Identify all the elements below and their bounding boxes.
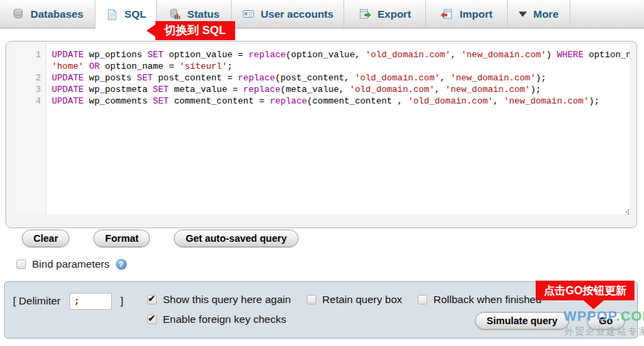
show-this-query-here-again-checkbox[interactable] [147, 295, 157, 304]
sql-code-row: UPDATE wp_postmeta SET meta_value = repl… [52, 84, 630, 95]
option-label[interactable]: Show this query here again [163, 294, 291, 306]
options-row-2: Enable foreign key checks [147, 313, 286, 326]
delimiter-input[interactable] [70, 293, 112, 310]
rollback-when-finished-checkbox[interactable] [418, 295, 427, 304]
tab-more[interactable]: More [508, 0, 570, 28]
query-toolbar: Clear Format Get auto-saved query [22, 230, 298, 247]
tab-label: Import [459, 8, 492, 20]
line-number [15, 61, 41, 72]
tab-bar: DatabasesSQLStatusUser accountsExportImp… [0, 0, 644, 29]
bind-parameters-label[interactable]: Bind parameters [32, 258, 110, 270]
tab-user-accounts[interactable]: User accounts [232, 0, 344, 28]
option-retain-query-box: Retain query box [307, 294, 402, 306]
line-number: 1 [15, 49, 41, 61]
sql-query-editor[interactable]: 1234 UPDATE wp_options SET option_value … [15, 44, 630, 214]
tab-label: More [533, 8, 558, 20]
resize-grip-icon [622, 208, 630, 215]
enable-foreign-key-checks-checkbox[interactable] [147, 315, 157, 324]
options-row-1: Show this query here againRetain query b… [147, 294, 542, 306]
delimiter-suffix-label: ] [121, 295, 123, 306]
line-number: 2 [15, 72, 41, 84]
chevron-down-icon [519, 12, 527, 21]
get-auto-saved-query-button[interactable]: Get auto-saved query [174, 230, 298, 247]
help-icon[interactable]: ? [116, 259, 127, 270]
sql-code-area[interactable]: UPDATE wp_options SET option_value = rep… [46, 44, 630, 214]
sql-code-row: 'home' OR option_name = 'siteurl'; [52, 61, 630, 72]
tab-label: SQL [125, 8, 147, 20]
delimiter-prefix-label: [ Delimiter [13, 295, 61, 306]
line-number: 3 [15, 84, 41, 95]
tab-label: Status [187, 8, 219, 20]
sql-query-box: 1234 UPDATE wp_options SET option_value … [5, 41, 637, 228]
option-rollback-when-finished: Rollback when finished [418, 294, 542, 306]
tab-import[interactable]: Import [426, 0, 508, 28]
tab-label: User accounts [261, 8, 334, 20]
status-icon [168, 7, 181, 20]
option-label[interactable]: Rollback when finished [433, 294, 542, 306]
database-icon [12, 7, 25, 20]
option-label[interactable]: Enable foreign key checks [163, 313, 286, 326]
sql-code-row: UPDATE wp_options SET option_value = rep… [52, 49, 630, 61]
clear-button[interactable]: Clear [22, 230, 70, 247]
option-show-this-query-here-again: Show this query here again [147, 294, 291, 306]
go-button[interactable]: Go [587, 312, 625, 330]
user-accounts-icon [242, 7, 255, 20]
switch-to-sql-callout: 切换到 SQL [155, 21, 235, 40]
delimiter-group: [ Delimiter] [13, 293, 123, 310]
simulate-query-button[interactable]: Simulate query [475, 312, 569, 330]
tab-databases[interactable]: Databases [0, 0, 95, 28]
bind-parameters-checkbox[interactable] [16, 260, 26, 269]
format-button[interactable]: Format [93, 230, 150, 247]
option-enable-foreign-key-checks: Enable foreign key checks [147, 313, 286, 326]
line-number: 4 [15, 95, 41, 107]
tab-label: Export [378, 8, 411, 20]
sql-code-row: UPDATE wp_posts SET post_content = repla… [52, 72, 630, 84]
import-icon [440, 7, 453, 20]
export-icon [358, 7, 371, 20]
sql-code-row: UPDATE wp_comments SET comment_content =… [52, 95, 630, 107]
sql-icon [106, 8, 119, 21]
line-number-gutter: 1234 [15, 44, 46, 214]
tab-label: Databases [31, 8, 84, 20]
retain-query-box-checkbox[interactable] [307, 295, 316, 304]
option-label[interactable]: Retain query box [322, 294, 402, 306]
textarea-resize-handle[interactable] [622, 206, 630, 213]
tab-export[interactable]: Export [344, 0, 426, 28]
click-go-callout: 点击GO按钮更新 [536, 281, 634, 300]
bind-parameters-row: Bind parameters ? [16, 258, 127, 270]
